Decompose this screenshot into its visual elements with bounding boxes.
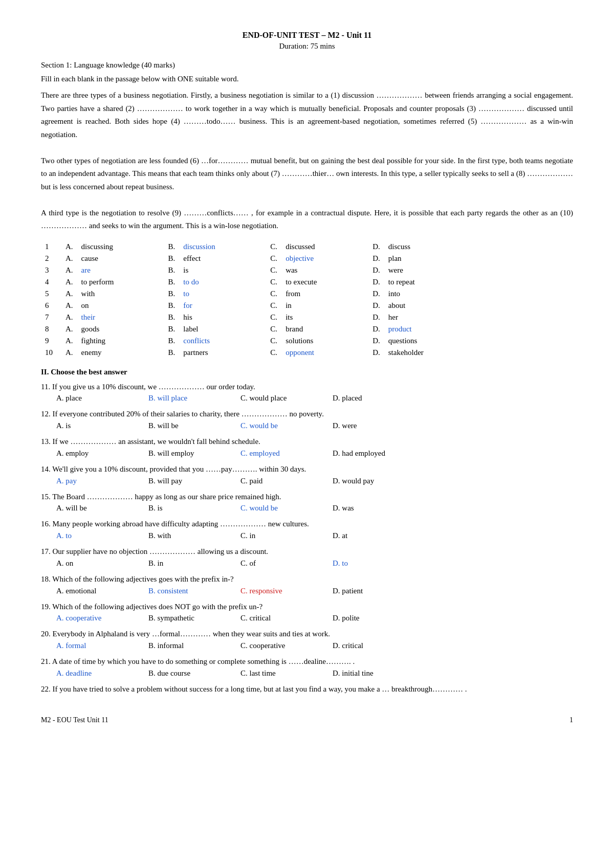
options-row: A. formalB. informalC. cooperativeD. cri…	[56, 641, 573, 650]
options-row: A. will beB. isC. would beD. was	[56, 504, 573, 513]
option: D. patient	[333, 587, 425, 595]
options-row: A. employB. will employC. employedD. had…	[56, 449, 573, 458]
option: B. informal	[148, 641, 240, 650]
option: D. critical	[333, 641, 425, 650]
option: A. will be	[56, 504, 148, 513]
option: A. formal	[56, 641, 148, 650]
option: A. deadline	[56, 669, 148, 678]
option: C. employed	[240, 449, 333, 458]
option: D. would pay	[333, 477, 425, 485]
option: B. will employ	[148, 449, 240, 458]
option: C. cooperative	[240, 641, 333, 650]
question-text: 13. If we ……………… an assistant, we wouldn…	[41, 435, 573, 448]
question-text: 21. A date of time by which you have to …	[41, 655, 573, 668]
question-text: 16. Many people working abroad have diff…	[41, 518, 573, 530]
question-block: 15. The Board ……………… happy as long as ou…	[41, 491, 573, 513]
option: A. cooperative	[56, 614, 148, 622]
options-row: A. deadlineB. due courseC. last timeD. i…	[56, 669, 573, 678]
option: B. with	[148, 531, 240, 540]
question-block: 16. Many people working abroad have diff…	[41, 518, 573, 540]
option: A. on	[56, 559, 148, 568]
options-row: A. placeB. will placeC. would placeD. pl…	[56, 394, 573, 403]
options-row: A. toB. withC. inD. at	[56, 531, 573, 540]
option: C. would place	[240, 394, 333, 403]
option: C. paid	[240, 477, 333, 485]
option: A. is	[56, 421, 148, 430]
option: D. to	[333, 559, 425, 568]
option: B. due course	[148, 669, 240, 678]
section1-label: Section 1: Language knowledge (40 marks)	[41, 61, 573, 70]
option: B. sympathetic	[148, 614, 240, 622]
table-row: 10A.enemyB.partnersC.opponentD.stakehold…	[41, 347, 573, 359]
option: A. place	[56, 394, 148, 403]
footer: M2 - EOU Test Unit 11 1	[41, 716, 573, 724]
question-block: 20. Everybody in Alphaland is very …form…	[41, 628, 573, 650]
question-text: 14. We'll give you a 10% discount, provi…	[41, 463, 573, 476]
option: A. to	[56, 531, 148, 540]
option: D. placed	[333, 394, 425, 403]
option: C. last time	[240, 669, 333, 678]
page-title: END-OF-UNIT TEST – M2 - Unit 11 Duration…	[41, 31, 573, 51]
question-text: 18. Which of the following adjectives go…	[41, 573, 573, 586]
question-text: 11. If you give us a 10% discount, we ………	[41, 381, 573, 393]
question-block: 14. We'll give you a 10% discount, provi…	[41, 463, 573, 485]
table-row: 1A.discussingB.discussionC.discussedD.di…	[41, 241, 573, 253]
table-row: 6A.onB.forC.inD.about	[41, 300, 573, 311]
question-block: 11. If you give us a 10% discount, we ………	[41, 381, 573, 403]
question-block: 22. If you have tried to solve a problem…	[41, 683, 573, 696]
question-text: 15. The Board ……………… happy as long as ou…	[41, 491, 573, 503]
question-block: 19. Which of the following adjectives do…	[41, 600, 573, 623]
option: D. were	[333, 421, 425, 430]
option: B. in	[148, 559, 240, 568]
option: B. will place	[148, 394, 240, 403]
option: D. at	[333, 531, 425, 540]
table-row: 3A.areB.isC.wasD.were	[41, 264, 573, 276]
question-text: 12. If everyone contributed 20% of their…	[41, 408, 573, 420]
table-row: 7A.theirB.hisC.itsD.her	[41, 311, 573, 323]
question-block: 18. Which of the following adjectives go…	[41, 573, 573, 595]
question-text: 17. Our supplier have no objection ………………	[41, 545, 573, 558]
option: D. was	[333, 504, 425, 513]
option: C. critical	[240, 614, 333, 622]
option: B. will be	[148, 421, 240, 430]
question-block: 17. Our supplier have no objection ………………	[41, 545, 573, 568]
table-row: 8A.goodsB.labelC.brandD.product	[41, 323, 573, 335]
footer-right: 1	[569, 716, 573, 724]
question-block: 21. A date of time by which you have to …	[41, 655, 573, 678]
option: A. employ	[56, 449, 148, 458]
table-row: 2A.causeB.effectC.objectiveD.plan	[41, 253, 573, 264]
question-text: 20. Everybody in Alphaland is very …form…	[41, 628, 573, 640]
instruction1: Fill in each blank in the passage below …	[41, 73, 573, 85]
option: A. emotional	[56, 587, 148, 595]
option: C. in	[240, 531, 333, 540]
options-row: A. payB. will payC. paidD. would pay	[56, 477, 573, 485]
option: C. would be	[240, 504, 333, 513]
option: B. is	[148, 504, 240, 513]
option: D. had employed	[333, 449, 425, 458]
options-row: A. cooperativeB. sympatheticC. criticalD…	[56, 614, 573, 622]
options-row: A. emotionalB. consistentC. responsiveD.…	[56, 587, 573, 595]
option: B. will pay	[148, 477, 240, 485]
options-row: A. onB. inC. ofD. to	[56, 559, 573, 568]
table-row: 4A.to performB.to doC.to executeD.to rep…	[41, 276, 573, 288]
question-text: 19. Which of the following adjectives do…	[41, 600, 573, 613]
question-text: 22. If you have tried to solve a problem…	[41, 683, 573, 696]
table-row: 9A.fightingB.conflictsC.solutionsD.quest…	[41, 335, 573, 347]
option: C. responsive	[240, 587, 333, 595]
option: B. consistent	[148, 587, 240, 595]
section2-title: II. Choose the best answer	[41, 368, 573, 376]
option: C. would be	[240, 421, 333, 430]
mcq-table: 1A.discussingB.discussionC.discussedD.di…	[41, 241, 573, 359]
options-row: A. isB. will beC. would beD. were	[56, 421, 573, 430]
option: C. of	[240, 559, 333, 568]
question-block: 12. If everyone contributed 20% of their…	[41, 408, 573, 430]
footer-left: M2 - EOU Test Unit 11	[41, 716, 108, 724]
question-block: 13. If we ……………… an assistant, we wouldn…	[41, 435, 573, 458]
option: D. polite	[333, 614, 425, 622]
passage-text: There are three types of a business nego…	[41, 89, 573, 233]
table-row: 5A.withB.toC.fromD.into	[41, 288, 573, 300]
option: A. pay	[56, 477, 148, 485]
option: D. initial tine	[333, 669, 425, 678]
